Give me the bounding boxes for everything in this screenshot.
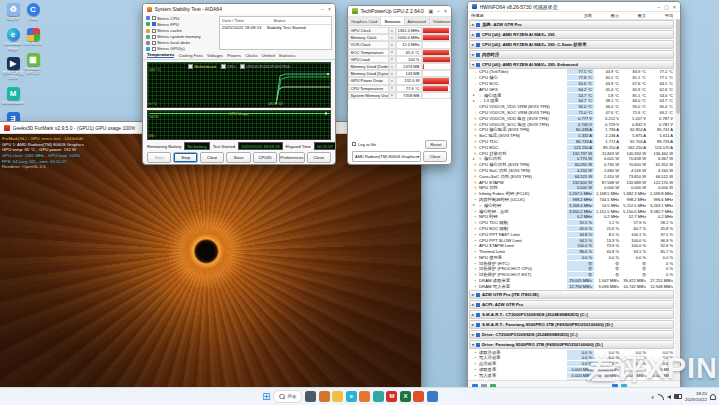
gpu-select-dropdown[interactable]: AMD Radeon(TM) 8060S Graphics ▾ — [352, 151, 421, 162]
stress-checkbox[interactable] — [152, 35, 156, 39]
gpuz-sensor-row[interactable]: Memory Clock▼1000.0 MHz — [348, 34, 451, 41]
sensor-row[interactable]: •CPU TDC 限制55.5 %1.1 %57.9 %58.1 % — [468, 220, 675, 226]
gpuz-tab-validation[interactable]: Validation — [430, 17, 452, 25]
gpuz-sensor-row[interactable]: GPU Clock▼1361.0 MHz — [348, 27, 451, 34]
gpuz-sensor-row[interactable]: Memory Used (Dedicated)▼1474 MB — [348, 63, 451, 70]
log-row[interactable]: 2025/10/22 18:09:13 Stability Test Start… — [220, 25, 331, 30]
sensor-group-row[interactable]: ▾Drive: Fanxiang S500PRO 2TB (F4S500PRO2… — [469, 340, 674, 349]
aida-tab-temperatures[interactable]: Temperatures — [147, 52, 174, 58]
minimize-icon[interactable]: – — [437, 8, 440, 14]
taskbar-edge-app[interactable]: e — [346, 391, 357, 402]
maximize-icon[interactable]: ▢ — [664, 4, 669, 10]
close-icon[interactable]: × — [328, 6, 331, 12]
taskbar-task-view-app[interactable] — [305, 391, 316, 402]
taskbar-file-explorer-app[interactable] — [332, 391, 343, 402]
column-header-1[interactable]: 当前 — [567, 13, 594, 18]
aida-tab-statistics[interactable]: Statistics — [279, 53, 296, 58]
sensor-row[interactable]: •DRAM 写入带宽12,794 MB/s9,096 MB/s14,742 MB… — [468, 283, 675, 289]
chevron-right-icon[interactable]: ▸ — [472, 22, 474, 27]
legend-checkbox[interactable] — [240, 64, 245, 69]
desktop-icon-mindmaster[interactable]: MMindMaster — [0, 87, 26, 106]
sensor-row[interactable]: ϟCPU TDC86.719 A1.772 A92.704 A89.726 A — [468, 139, 675, 145]
gpuz-sensor-row[interactable]: CPU Temperature▼77.6 °C — [348, 85, 451, 92]
gpuz-titlebar[interactable]: TechPowerUp GPU-Z 2.64.0 ▣ – × — [348, 6, 451, 17]
sensor-row[interactable]: ▸•核心时钟3,268.4 MHz14.5 MHz5,112.5 MHz3,26… — [468, 202, 675, 208]
chevron-right-icon[interactable]: ▸ — [473, 99, 477, 103]
sensor-group-row[interactable]: ▸S.M.A.R.T.: CT2000P3100SSD8 (2524E89B82… — [469, 310, 674, 319]
chevron-right-icon[interactable]: ▸ — [472, 42, 474, 47]
chevron-down-icon[interactable]: ▾ — [472, 62, 474, 67]
sensor-row[interactable]: ϟCore+SoC 功耗 (SVI3 TFN)64.525 W2.410 W73… — [468, 173, 675, 179]
gpuz-tab-sensors[interactable]: Sensors — [381, 17, 404, 25]
sensor-row[interactable]: •过热保护 (PROCHOT EXT)否否否0 % — [468, 272, 675, 278]
sensor-row[interactable]: ↓CPU SOC65.6 °C43.9 °C67.6 °C64.5 °C — [468, 81, 675, 87]
desktop-icon-chat-app[interactable]: CChat — [20, 3, 46, 22]
scrollbar[interactable] — [675, 19, 680, 380]
sensor-row[interactable]: ϟCPU SoC 功耗 (SVI3 TFN)4.234 W1.680 W4.51… — [468, 168, 675, 174]
column-header-4[interactable]: 平均 — [648, 13, 675, 18]
chevron-right-icon[interactable]: ▸ — [472, 32, 474, 37]
clear-button[interactable]: Clear — [200, 152, 224, 163]
chevron-down-icon[interactable]: ▼ — [389, 56, 396, 63]
close-icon[interactable]: × — [444, 8, 447, 14]
column-header-2[interactable]: 最小 — [594, 13, 621, 18]
taskbar-orange-red-app[interactable] — [413, 391, 424, 402]
aida-tab-clocks[interactable]: Clocks — [245, 53, 258, 58]
scrollbar-thumb[interactable] — [676, 19, 680, 114]
aida64-titlebar[interactable]: System Stability Test - AIDA64 – × — [143, 4, 335, 14]
sensor-row[interactable]: ▸↓L3 温度64.7 °C38.1 °C66.0 °C63.7 °C — [468, 98, 675, 104]
stress-option[interactable]: Stress system memory — [146, 34, 216, 39]
column-header-0[interactable]: 传感器 — [468, 13, 567, 18]
screenshot-icon[interactable]: ▣ — [429, 8, 434, 14]
chevron-down-icon[interactable]: ▼ — [389, 70, 396, 77]
stop-button[interactable]: Stop — [173, 152, 197, 163]
gpuz-sensor-row[interactable]: VCN Clock▼12.0 MHz — [348, 41, 451, 48]
sensor-row[interactable]: ▸ϟ核心功耗0.770 W0.001 W70.658 W6.367 W — [468, 156, 675, 162]
sensor-row[interactable]: •Infinity Fabric 时钟 (FCLK)1,597.5 MHz1,1… — [468, 191, 675, 197]
chevron-down-icon[interactable]: ▼ — [389, 27, 396, 34]
chevron-right-icon[interactable]: ▸ — [472, 332, 474, 337]
desktop-icon-gx-bios[interactable]: GX BIOS — [20, 28, 46, 47]
chevron-right-icon[interactable]: ▸ — [472, 312, 474, 317]
sensor-row[interactable]: •CPU PPT SLOW Limit94.5 %13.3 %100.0 %96… — [468, 237, 675, 243]
sensor-row[interactable]: •NPU 使用率0.0 %0.0 %0.0 %0.0 % — [468, 255, 675, 261]
save-button[interactable]: Save — [226, 152, 250, 163]
sensor-row[interactable]: ϟAPU STAPM132.600 W87.568 W132.689 W122.… — [468, 179, 675, 185]
sensor-row[interactable]: •过热保护 (PROCHOT CPU)否否否0 % — [468, 266, 675, 272]
sensor-row[interactable]: ↓CPU 核心77.8 °C40.1 °C81.1 °C77.1 °C — [468, 75, 675, 81]
chevron-right-icon[interactable]: ▸ — [473, 93, 477, 97]
sensor-row[interactable]: ϟCPU VDDCR_VDD 电压 (SVI3 TFN)0.777 V0.212… — [468, 115, 675, 121]
close-icon[interactable]: × — [673, 4, 676, 10]
stress-option[interactable]: Stress CPU — [146, 16, 216, 21]
sensor-row[interactable]: •Thermal Limit86.6 %44.8 %93.1 %85.7 % — [468, 249, 675, 255]
sensor-group-row[interactable]: ▸Drive: CT2000P3100SSD8 (2524E89B82D5) [… — [469, 330, 674, 339]
taskbar-search[interactable]: 搜索 — [273, 390, 302, 403]
minimize-icon[interactable]: – — [321, 6, 324, 12]
taskbar-clock[interactable]: 18:20 2025/10/22 — [685, 391, 707, 402]
taskbar-teal-app[interactable] — [373, 391, 384, 402]
sensor-row[interactable]: ↓APU GFX64.2 °C45.4 °C65.9 °C62.6 °C — [468, 86, 675, 92]
taskbar-red-m-app[interactable]: M — [386, 391, 397, 402]
sensor-row[interactable]: ↓CPU VDDCR_SOC VRM (SVI3 TFN)71.0 °C47.6… — [468, 110, 675, 116]
sensor-group-row[interactable]: ▸S.M.A.R.T.: Fanxiang S500PRO 2TB (F4S50… — [469, 320, 674, 329]
gpuz-sensor-row[interactable]: System Memory Used▼7358 MB — [348, 92, 451, 99]
stress-checkbox[interactable] — [152, 47, 156, 51]
sensor-group-row[interactable]: ▸系统: AZW GTR Pro — [469, 20, 674, 29]
aida-tab-voltages[interactable]: Voltages — [207, 53, 223, 58]
legend-checkbox[interactable] — [188, 64, 193, 69]
sensor-group-row[interactable]: ▸ACPI: AZW GTR Pro — [469, 300, 674, 309]
stress-checkbox[interactable] — [152, 16, 156, 20]
sensor-group-row[interactable]: ▸内存时序 — [469, 50, 674, 59]
sensor-row[interactable]: ϟCPU 封装功耗132.737 W11.843 W140.334 W136.4… — [468, 150, 675, 156]
battery-icon[interactable] — [674, 394, 683, 400]
sensor-row[interactable]: •DRAM 读取带宽29,005 MB/s1,947 MB/s39,422 MB… — [468, 278, 675, 284]
hwinfo-titlebar[interactable]: HWiNFO64 v8.26-5730 传感器状态 – ▢ × — [468, 2, 680, 12]
chevron-right-icon[interactable]: ▸ — [472, 322, 474, 327]
sensor-row[interactable]: •核心时钟 - 全部3,650.2 MHz1,151.5 MHz5,150.0 … — [468, 208, 675, 214]
gpuz-tab-graphics-card[interactable]: Graphics Card — [348, 17, 381, 25]
gpuz-sensor-row[interactable]: GPU Power Draw▼132.0 W — [348, 77, 451, 84]
stress-checkbox[interactable] — [152, 29, 156, 33]
sensor-row[interactable]: •CPU PPT FAST Limit94.8 %8.5 %100.1 %97.… — [468, 231, 675, 237]
sensor-row[interactable]: •CPU EDC 限制45.6 %25.6 %60.7 %45.8 % — [468, 226, 675, 232]
aida-tab-cooling-fans[interactable]: Cooling Fans — [178, 53, 203, 58]
